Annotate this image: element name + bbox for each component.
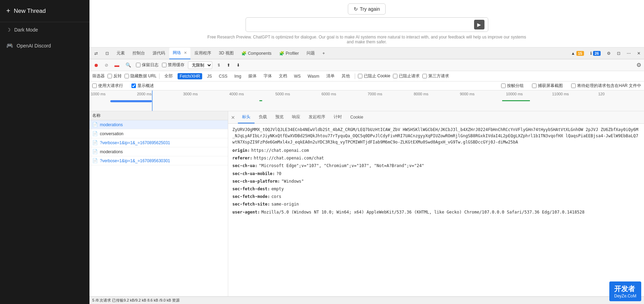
throttle-select[interactable]: 无限制	[188, 61, 212, 69]
disable-cache-checkbox[interactable]: 禁用缓存	[162, 62, 184, 68]
preserve-log-label: 保留日志	[142, 62, 158, 68]
filter-button[interactable]: ▬	[113, 62, 121, 69]
clear-button[interactable]: ⊘	[103, 62, 110, 68]
detail-close-button[interactable]: ✕	[231, 115, 235, 120]
settings-button[interactable]: ⚙	[605, 50, 613, 57]
dark-mode-button[interactable]: ☽ Dark Mode	[0, 22, 89, 37]
show-overview-checkbox[interactable]: 显示概述	[131, 83, 154, 89]
sidebar: + New Thread ☽ Dark Mode 🎮 OpenAI Discor…	[0, 0, 89, 304]
detail-key: sec-fetch-mode:	[232, 193, 270, 200]
har-include-checkbox[interactable]: 将待处理的请求包含在HAR 文件中	[571, 83, 641, 89]
list-item[interactable]: 📄 ?verbose=1&ip=1&_=1670895630301	[89, 156, 228, 165]
detail-tab-initiator[interactable]: 发起程序	[304, 111, 329, 123]
wap-button[interactable]: ⥮	[216, 62, 222, 68]
large-rows-checkbox[interactable]: 使用大请求行	[92, 83, 123, 89]
new-thread-button[interactable]: + New Thread	[0, 0, 89, 22]
filter-media[interactable]: 媒体	[246, 72, 259, 80]
list-item[interactable]: 📄 conversation	[89, 129, 228, 138]
detail-key: referer:	[232, 155, 252, 162]
tab-components-label: Components	[248, 51, 272, 56]
tab-network-label: 网络	[173, 50, 181, 56]
disable-cache-input[interactable]	[162, 63, 166, 67]
tab-network[interactable]: 网络 ✕	[169, 47, 190, 59]
list-item[interactable]: 📄 moderations	[89, 147, 228, 156]
preserve-log-checkbox[interactable]: 保留日志	[136, 62, 158, 68]
close-devtools-icon: ✕	[637, 51, 641, 56]
detail-content: ZyURVJOgMMX_tOQJVlQJLE34ECnb4NEwVldb2St_…	[228, 124, 644, 296]
detail-tab-preview[interactable]: 预览	[271, 111, 288, 123]
blocked-requests-input[interactable]	[393, 74, 397, 78]
tab-add[interactable]: +	[319, 47, 328, 59]
warn-badge-container[interactable]: ▲ 15	[569, 50, 586, 57]
tab-application[interactable]: 应用程序	[191, 47, 215, 59]
filter-ws[interactable]: WS	[292, 73, 303, 79]
send-button[interactable]: ▶	[474, 20, 484, 29]
tab-sources[interactable]: 源代码	[149, 47, 169, 59]
third-party-input[interactable]	[422, 74, 427, 78]
tab-3d[interactable]: 3D 视图	[215, 47, 237, 59]
invert-checkbox-input[interactable]	[108, 74, 112, 78]
list-item[interactable]: 📄 moderations	[89, 120, 228, 129]
tab-inspect[interactable]: ⊡	[102, 47, 112, 59]
record-button[interactable]: ⏺	[92, 62, 100, 69]
filter-css[interactable]: CSS	[217, 73, 230, 79]
hide-data-url-checkbox[interactable]: 隐藏数据 URL	[124, 73, 156, 79]
tab-network-close[interactable]: ✕	[184, 51, 187, 55]
info-badge-container[interactable]: ℹ 26	[588, 50, 603, 57]
large-rows-input[interactable]	[92, 84, 97, 88]
filter-all[interactable]: 全部	[162, 72, 175, 80]
req-name: moderations	[100, 149, 123, 154]
network-settings-gear[interactable]: ⚙	[636, 62, 641, 68]
export-button[interactable]: ⬇	[235, 62, 241, 68]
capture-screenshots-checkbox[interactable]: 捕获屏幕截图	[532, 83, 563, 89]
detail-tab-timing[interactable]: 计时	[329, 111, 346, 123]
har-include-input[interactable]	[571, 84, 576, 88]
detail-tab-cookies[interactable]: Cookie	[346, 112, 367, 123]
list-item[interactable]: 📄 ?verbose=1&ip=1&_=1670895625031	[89, 138, 228, 147]
chat-input[interactable]	[249, 22, 474, 27]
hide-data-url-input[interactable]	[124, 74, 129, 78]
detail-tab-headers[interactable]: 标头	[238, 111, 255, 123]
file-icon: 📄	[92, 149, 98, 154]
network-toolbar: ⏺ ⊘ ▬ 🔍 保留日志 禁用缓存 无限制 ⥮ ⬆ ⬇ ⚙	[89, 59, 644, 71]
show-overview-input[interactable]	[131, 84, 136, 88]
third-party-checkbox[interactable]: 第三方请求	[422, 73, 449, 79]
tab-profiler[interactable]: 🧩 Profiler	[276, 47, 302, 59]
dark-mode-label: Dark Mode	[14, 27, 38, 33]
timeline-bar-green1	[259, 100, 262, 101]
filter-js[interactable]: JS	[205, 73, 214, 79]
filter-manifest[interactable]: 清单	[324, 72, 337, 80]
timeline-bar-blue	[110, 100, 152, 102]
tab-components[interactable]: 🧩 Components	[238, 47, 275, 59]
more-button[interactable]: ⋯	[625, 50, 633, 57]
filter-font[interactable]: 字体	[261, 72, 274, 80]
import-button[interactable]: ⬆	[225, 62, 232, 68]
detail-tab-response[interactable]: 响应	[288, 111, 304, 123]
ruler-mark-1000: 1000 ms	[89, 92, 136, 96]
tab-elements[interactable]: 元素	[113, 47, 128, 59]
filter-doc[interactable]: 文档	[277, 72, 289, 80]
search-button[interactable]: 🔍	[124, 62, 132, 68]
filter-fetch-xhr[interactable]: Fetch/XHR	[178, 73, 202, 79]
blocked-requests-checkbox[interactable]: 已阻止请求	[393, 73, 420, 79]
filter-other[interactable]: 其他	[340, 72, 352, 80]
tab-issues[interactable]: 问题	[303, 47, 318, 59]
filter-wasm[interactable]: Wasm	[306, 73, 321, 79]
ruler-mark-2000: 2000 ms	[136, 92, 182, 96]
tab-console[interactable]: 控制台	[129, 47, 148, 59]
group-by-frame-checkbox[interactable]: 按帧分组	[501, 83, 524, 89]
invert-filter-checkbox[interactable]: 反转	[108, 73, 122, 79]
try-again-button[interactable]: ↻ Try again	[348, 3, 386, 15]
file-icon: 📄	[92, 131, 98, 136]
group-by-frame-input[interactable]	[501, 84, 506, 88]
filter-img[interactable]: Img	[232, 73, 243, 79]
discord-button[interactable]: 🎮 OpenAI Discord	[0, 37, 89, 54]
blocked-cookies-checkbox[interactable]: 已阻止 Cookie	[358, 73, 390, 79]
tab-welcome[interactable]: ⇄	[91, 47, 101, 59]
preserve-log-input[interactable]	[136, 63, 140, 67]
detail-tab-payload[interactable]: 负载	[255, 111, 271, 123]
dock-button[interactable]: ⊡	[615, 50, 622, 57]
capture-screenshots-input[interactable]	[532, 84, 536, 88]
blocked-cookies-input[interactable]	[358, 74, 362, 78]
close-devtools-button[interactable]: ✕	[635, 50, 643, 57]
